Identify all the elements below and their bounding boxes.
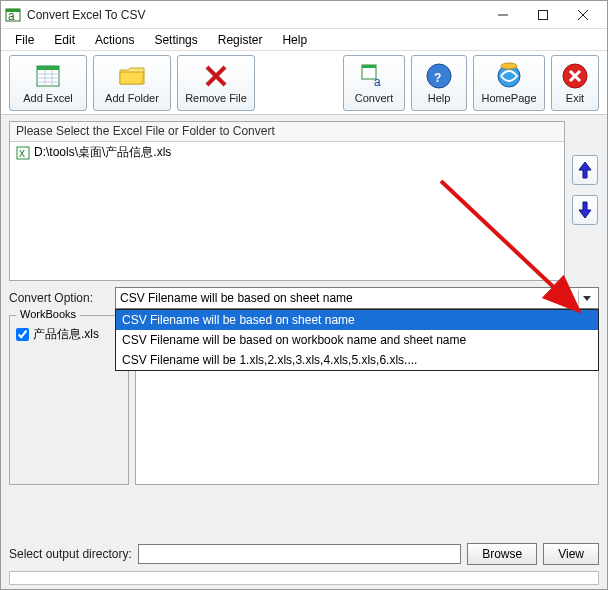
- convert-button[interactable]: a Convert: [343, 55, 405, 111]
- add-folder-button[interactable]: Add Folder: [93, 55, 171, 111]
- move-up-button[interactable]: [572, 155, 598, 185]
- arrow-down-icon: [577, 200, 593, 220]
- convert-option-combobox[interactable]: CSV Filename will be based on sheet name: [115, 287, 599, 309]
- remove-file-label: Remove File: [185, 92, 247, 104]
- file-list-header: Please Select the Excel File or Folder t…: [10, 122, 564, 142]
- convert-option-label: Convert Option:: [9, 291, 109, 305]
- file-list-panel: Please Select the Excel File or Folder t…: [9, 121, 565, 281]
- remove-file-button[interactable]: Remove File: [177, 55, 255, 111]
- menu-file[interactable]: File: [7, 31, 42, 49]
- statusbar: [9, 571, 599, 585]
- file-list-item-path: D:\tools\桌面\产品信息.xls: [34, 144, 171, 161]
- exit-button[interactable]: Exit: [551, 55, 599, 111]
- add-folder-label: Add Folder: [105, 92, 159, 104]
- output-label: Select output directory:: [9, 547, 132, 561]
- svg-rect-4: [539, 10, 548, 19]
- homepage-label: HomePage: [481, 92, 536, 104]
- window-title: Convert Excel To CSV: [27, 8, 483, 22]
- svg-rect-8: [37, 66, 59, 70]
- output-directory-input[interactable]: [138, 544, 461, 564]
- svg-text:x: x: [19, 146, 25, 160]
- toolbar: Add Excel Add Folder Remove File a Conve…: [1, 51, 607, 115]
- help-icon: ?: [425, 62, 453, 90]
- convert-label: Convert: [355, 92, 394, 104]
- titlebar: a Convert Excel To CSV: [1, 1, 607, 29]
- minimize-button[interactable]: [483, 2, 523, 28]
- excel-small-icon: x: [16, 146, 30, 160]
- reorder-arrows: [571, 121, 599, 281]
- svg-rect-17: [362, 65, 376, 68]
- app-icon: a: [5, 7, 21, 23]
- close-button[interactable]: [563, 2, 603, 28]
- convert-option-item-2[interactable]: CSV Filename will be 1.xls,2.xls,3.xls,4…: [116, 350, 598, 370]
- add-excel-label: Add Excel: [23, 92, 73, 104]
- workbook-label: 产品信息.xls: [33, 326, 99, 343]
- convert-icon: a: [360, 62, 388, 90]
- ie-globe-icon: [495, 62, 523, 90]
- browse-button[interactable]: Browse: [467, 543, 537, 565]
- convert-option-item-0[interactable]: CSV Filename will be based on sheet name: [116, 310, 598, 330]
- convert-option-dropdown: CSV Filename will be based on sheet name…: [115, 309, 599, 371]
- view-button[interactable]: View: [543, 543, 599, 565]
- menu-actions[interactable]: Actions: [87, 31, 142, 49]
- excel-file-icon: [34, 62, 62, 90]
- menu-settings[interactable]: Settings: [146, 31, 205, 49]
- move-down-button[interactable]: [572, 195, 598, 225]
- svg-point-22: [501, 63, 517, 69]
- menu-register[interactable]: Register: [210, 31, 271, 49]
- menubar: File Edit Actions Settings Register Help: [1, 29, 607, 51]
- remove-x-icon: [202, 62, 230, 90]
- maximize-button[interactable]: [523, 2, 563, 28]
- svg-text:?: ?: [434, 71, 441, 85]
- add-excel-button[interactable]: Add Excel: [9, 55, 87, 111]
- exit-label: Exit: [566, 92, 584, 104]
- folder-icon: [118, 62, 146, 90]
- menu-help[interactable]: Help: [274, 31, 315, 49]
- help-button[interactable]: ? Help: [411, 55, 467, 111]
- convert-option-value: CSV Filename will be based on sheet name: [120, 291, 578, 305]
- chevron-down-icon: [578, 290, 594, 306]
- workbooks-groupbox: WorkBooks 产品信息.xls: [9, 315, 129, 485]
- file-list-item[interactable]: x D:\tools\桌面\产品信息.xls: [10, 142, 564, 163]
- output-row: Select output directory: Browse View: [9, 543, 599, 565]
- workbook-item[interactable]: 产品信息.xls: [16, 326, 122, 343]
- menu-edit[interactable]: Edit: [46, 31, 83, 49]
- homepage-button[interactable]: HomePage: [473, 55, 545, 111]
- help-label: Help: [428, 92, 451, 104]
- exit-icon: [561, 62, 589, 90]
- workbooks-title: WorkBooks: [16, 308, 80, 320]
- arrow-up-icon: [577, 160, 593, 180]
- svg-text:a: a: [8, 9, 15, 23]
- svg-text:a: a: [374, 75, 381, 89]
- workbook-checkbox[interactable]: [16, 328, 29, 341]
- convert-option-item-1[interactable]: CSV Filename will be based on workbook n…: [116, 330, 598, 350]
